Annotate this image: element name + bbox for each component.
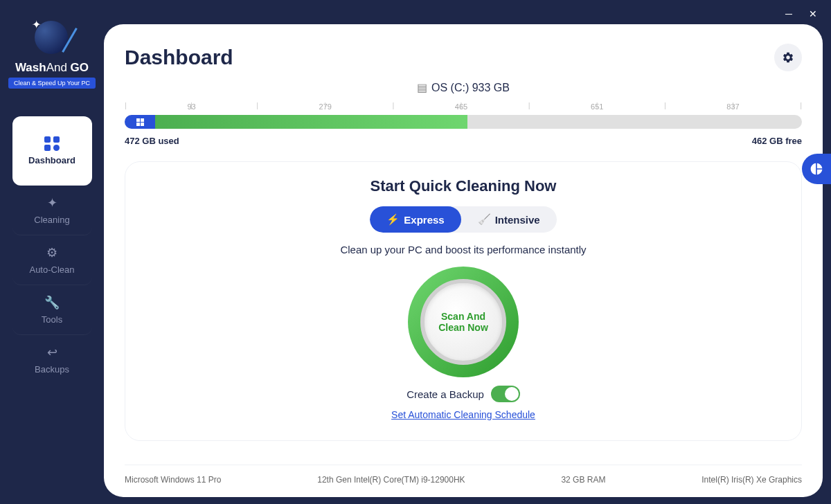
nav-label: Dashboard bbox=[28, 155, 75, 165]
hdd-icon: ▤ bbox=[417, 82, 427, 93]
mode-express[interactable]: ⚡ Express bbox=[370, 206, 461, 233]
backup-toggle[interactable] bbox=[491, 386, 520, 402]
gear-icon: ⚙ bbox=[46, 245, 57, 260]
minimize-button[interactable]: ─ bbox=[785, 8, 792, 19]
cleaning-card: Start Quick Cleaning Now ⚡ Express 🧹 Int… bbox=[125, 161, 802, 441]
windows-icon bbox=[136, 118, 144, 126]
nav-tools[interactable]: 🔧 Tools bbox=[12, 285, 92, 335]
nav-label: Cleaning bbox=[34, 215, 69, 225]
broom-icon: 🧹 bbox=[478, 213, 491, 226]
main-panel: Dashboard ▤OS (C:) 933 GB | 93 | 279 | 4… bbox=[104, 24, 823, 497]
disk-free-label: 462 GB free bbox=[752, 136, 802, 146]
mode-intensive[interactable]: 🧹 Intensive bbox=[461, 206, 557, 233]
os-info: Microsoft Windows 11 Pro bbox=[125, 475, 221, 485]
wrench-icon: 🔧 bbox=[44, 295, 60, 310]
nav-autoclean[interactable]: ⚙ Auto-Clean bbox=[12, 235, 92, 285]
brand-tagline: Clean & Speed Up Your PC bbox=[8, 78, 96, 89]
ram-info: 32 GB RAM bbox=[561, 475, 605, 485]
scan-clean-button[interactable]: Scan And Clean Now bbox=[408, 267, 519, 377]
sidebar: ✦ WashAnd GO Clean & Speed Up Your PC Da… bbox=[0, 0, 104, 504]
backup-label: Create a Backup bbox=[406, 388, 484, 400]
gear-icon bbox=[782, 51, 794, 64]
nav-dashboard[interactable]: Dashboard bbox=[12, 116, 92, 186]
nav-cleaning[interactable]: ✦ Cleaning bbox=[12, 186, 92, 235]
mode-toggle: ⚡ Express 🧹 Intensive bbox=[370, 206, 556, 233]
pie-chart-icon bbox=[810, 162, 823, 176]
nav-label: Tools bbox=[42, 314, 62, 325]
cpu-info: 12th Gen Intel(R) Core(TM) i9-12900HK bbox=[317, 475, 465, 485]
close-button[interactable]: ✕ bbox=[809, 8, 817, 19]
window-controls: ─ ✕ bbox=[771, 0, 831, 28]
gpu-info: Intel(R) Iris(R) Xe Graphics bbox=[702, 475, 802, 485]
system-segment bbox=[125, 115, 155, 129]
nav-label: Backups bbox=[35, 364, 69, 375]
sparkle-icon: ✦ bbox=[47, 195, 57, 210]
nav-backups[interactable]: ↩ Backups bbox=[12, 335, 92, 384]
stats-side-tab[interactable] bbox=[802, 154, 831, 184]
logo: ✦ WashAnd GO Clean & Speed Up Your PC bbox=[8, 21, 96, 89]
schedule-link[interactable]: Set Automatic Cleaning Schedule bbox=[391, 409, 535, 420]
brand-name: WashAnd GO bbox=[8, 61, 96, 75]
bolt-icon: ⚡ bbox=[386, 213, 400, 226]
settings-button[interactable] bbox=[774, 44, 802, 71]
disk-usage-bar bbox=[125, 115, 802, 129]
sparkle-icon: ✦ bbox=[32, 18, 41, 31]
page-title: Dashboard bbox=[125, 46, 233, 69]
card-title: Start Quick Cleaning Now bbox=[153, 177, 774, 195]
disk-used-label: 472 GB used bbox=[125, 136, 179, 146]
dashboard-icon bbox=[44, 136, 60, 151]
card-subtitle: Clean up your PC and boost its performan… bbox=[153, 244, 774, 255]
nav: Dashboard ✦ Cleaning ⚙ Auto-Clean 🔧 Tool… bbox=[12, 116, 92, 384]
system-info-footer: Microsoft Windows 11 Pro 12th Gen Intel(… bbox=[125, 465, 802, 485]
nav-label: Auto-Clean bbox=[29, 264, 74, 275]
disk-ruler: | 93 | 279 | 465 | 651 | 837 | bbox=[125, 102, 802, 111]
disk-label: ▤OS (C:) 933 GB bbox=[125, 81, 802, 94]
undo-icon: ↩ bbox=[47, 345, 57, 360]
